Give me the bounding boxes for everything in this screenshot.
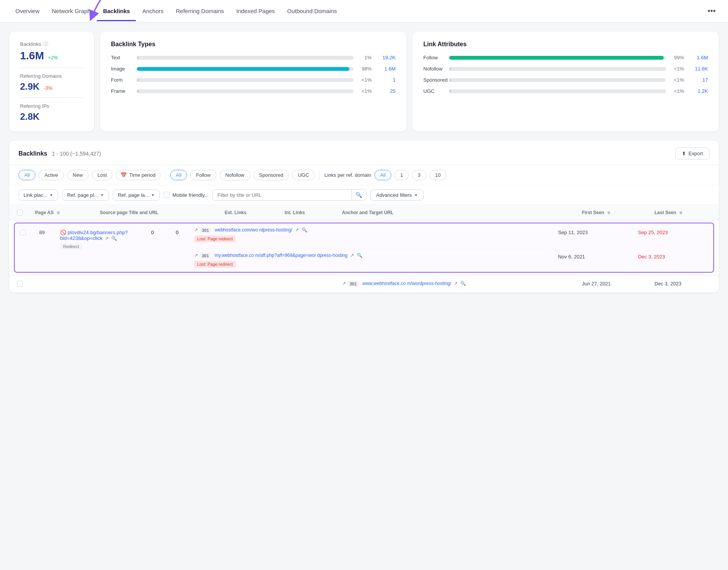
url-search-input[interactable] (213, 190, 351, 200)
link-type-all-btn[interactable]: All (170, 170, 187, 180)
referring-domains-label: Referring Domains (20, 73, 83, 79)
redirect-badge: Redirect (60, 243, 82, 250)
attr-label-ugc: UGC (423, 88, 445, 94)
links-per-10-btn[interactable]: 10 (429, 170, 446, 180)
link-type-follow-btn[interactable]: Follow (190, 170, 216, 180)
row-checkbox[interactable] (20, 230, 26, 235)
filter-bar-1: All Active New Lost 📅 Time period All Fo… (9, 165, 719, 185)
table-row-2: ↗ 301 www.webhostface.co m/wordpress-hos… (9, 275, 719, 293)
nav-item-network-graph[interactable]: Network Graph (46, 1, 97, 21)
sort-icon-first-seen: ⇅ (607, 211, 610, 215)
links-per-3-btn[interactable]: 3 (412, 170, 426, 180)
type-label-text: Text (111, 55, 132, 60)
attr-row-nofollow: Nofollow <1% 11.6K (423, 66, 708, 72)
table-header: Backlinks 1 - 100 (~1,594,427) ⬆ Export (9, 141, 719, 165)
links-per-1-btn[interactable]: 1 (394, 170, 409, 180)
attr-row-sponsored: Sponsored <1% 17 (423, 77, 708, 83)
export-button[interactable]: ⬆ Export (675, 148, 710, 159)
row2-last-seen: Dec 3, 2023 (648, 275, 719, 293)
filter-btn-all[interactable]: All (18, 170, 35, 180)
info-icon[interactable]: ⓘ (44, 41, 48, 47)
link-type-sponsored-btn[interactable]: Sponsored (253, 170, 289, 180)
row2-search-icon[interactable]: 🔍 (460, 281, 466, 286)
filter-btn-lost[interactable]: Lost (92, 170, 113, 180)
link-type-nofollow-btn[interactable]: Nofollow (220, 170, 250, 180)
table-wrapper: Page AS ⇅ Source page Title and URL Ext.… (9, 205, 719, 293)
row2-anchor-url[interactable]: www.webhostface.co m/wordpress-hosting/ (362, 281, 451, 286)
row2-checkbox[interactable] (17, 281, 23, 287)
attr-bar-fill-follow (449, 56, 664, 60)
filter-btn-active[interactable]: Active (39, 170, 64, 180)
table-header-row: Page AS ⇅ Source page Title and URL Ext.… (9, 205, 719, 220)
row2-anchor-row: ↗ 301 www.webhostface.co m/wordpress-hos… (342, 281, 570, 287)
type-row-frame: Frame <1% 25 (111, 88, 396, 94)
attr-count-nofollow: 11.6K (689, 66, 708, 72)
time-period-button[interactable]: 📅 Time period (116, 170, 160, 180)
status-301-badge-2: 301 (200, 253, 211, 259)
advanced-filters-button[interactable]: Advanced filters ▼ (370, 189, 423, 201)
row2-ext-links (218, 275, 278, 293)
highlighted-inner-table: 89 🚫 plovdiv24.bg/banners.php?bid=4238&o… (15, 223, 713, 272)
row2-status-badge: 301 (347, 281, 359, 287)
row2-external-icon[interactable]: ↗ (454, 281, 458, 286)
link-attributes-title: Link Attributes (423, 41, 708, 48)
link-placement-dropdown[interactable]: Link plac... ▼ (18, 189, 58, 201)
mobile-friendly-checkbox[interactable] (164, 192, 170, 198)
header-checkbox[interactable] (17, 210, 23, 215)
referring-domains-change: -3% (44, 85, 52, 91)
attr-row-ugc: UGC <1% 1.2K (423, 88, 708, 94)
th-page-as: Page AS ⇅ (29, 205, 94, 220)
filter-btn-new[interactable]: New (67, 170, 89, 180)
row2-source-cell (94, 275, 218, 293)
attr-bar-bg-sponsored (449, 78, 666, 82)
time-period-label: Time period (129, 172, 155, 178)
link-attributes-card: Link Attributes Follow 99% 1.6M Nofollow… (413, 32, 719, 131)
anchor-row-2: ↗ 301 my.webhostface.co m/aff.php?aff=96… (194, 253, 549, 259)
referring-domains-value: 2.9K (20, 81, 40, 92)
anchor-external-icon-2[interactable]: ↗ (350, 253, 354, 258)
nav-item-backlinks[interactable]: Backlinks (97, 1, 136, 21)
anchor-url-link-2[interactable]: my.webhostface.co m/aff.php?aff=969&page… (215, 253, 347, 258)
row2-first-seen-date: Jun 27, 2021 (582, 281, 611, 287)
anchor-search-icon-2[interactable]: 🔍 (357, 253, 362, 258)
source-url-link[interactable]: 🚫 plovdiv24.bg/banners.php?bid=4238&op=c… (60, 230, 128, 241)
type-row-form: Form <1% 1 (111, 77, 396, 83)
external-link-icon[interactable]: ↗ (105, 236, 109, 241)
nav-item-referring-domains[interactable]: Referring Domains (169, 1, 230, 21)
anchor-search-icon-1[interactable]: 🔍 (302, 227, 307, 233)
referring-ips-label: Referring IPs (20, 103, 83, 109)
ref-page-pl-dropdown[interactable]: Ref. page pl... ▼ (62, 189, 109, 201)
attr-label-sponsored: Sponsored (423, 77, 445, 83)
nav-item-anchors[interactable]: Anchors (136, 1, 169, 21)
link-placement-label: Link plac... (23, 192, 47, 198)
backlink-types-title: Backlink Types (111, 41, 396, 48)
nav-more-dots[interactable]: ••• (705, 3, 719, 18)
mobile-friendly-filter[interactable]: Mobile friendly... (164, 192, 209, 198)
chevron-down-icon-3: ▼ (151, 193, 155, 197)
type-label-frame: Frame (111, 88, 132, 94)
th-ext-links: Ext. Links (218, 205, 278, 220)
nav-item-overview[interactable]: Overview (9, 1, 46, 21)
row2-page-as (29, 275, 94, 293)
search-icon-button[interactable]: 🔍 (351, 189, 366, 200)
url-search-box: 🔍 (212, 189, 366, 201)
lost-badge-2: Lost: Page redirect (194, 261, 236, 268)
attr-label-follow: Follow (423, 55, 445, 60)
calendar-icon: 📅 (121, 172, 127, 178)
anchor-external-icon-1[interactable]: ↗ (295, 227, 299, 233)
referring-ips-value: 2.8K (20, 111, 83, 122)
bar-bg-image (137, 67, 354, 71)
anchor-url-link-1[interactable]: webhostface.com/wo rdpress-hosting/ (215, 227, 292, 233)
bar-fill-frame (137, 89, 139, 93)
th-anchor-url: Anchor and Target URL (336, 205, 576, 220)
row2-anchors-cell: ↗ 301 www.webhostface.co m/wordpress-hos… (336, 275, 576, 293)
link-type-ugc-btn[interactable]: UGC (292, 170, 315, 180)
bar-bg-text (137, 56, 354, 60)
nav-item-indexed-pages[interactable]: Indexed Pages (230, 1, 281, 21)
search-page-icon[interactable]: 🔍 (111, 236, 117, 241)
int-links-value: 0 (176, 230, 178, 235)
ref-page-la-dropdown[interactable]: Ref. page la... ▼ (113, 189, 160, 201)
links-per-all-btn[interactable]: All (374, 170, 391, 180)
nav-item-outbound-domains[interactable]: Outbound Domains (281, 1, 343, 21)
type-count-form: 1 (376, 77, 396, 83)
